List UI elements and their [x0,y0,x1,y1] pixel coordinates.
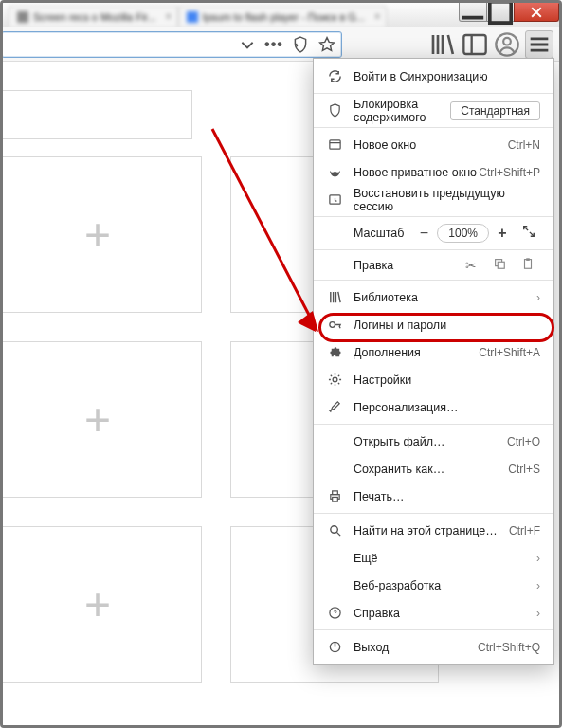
reader-shield-icon[interactable] [292,36,309,53]
restore-icon [325,192,344,207]
menu-restore-session[interactable]: Восстановить предыдущую сессию [314,186,553,213]
menu-customize[interactable]: Персонализация… [314,393,553,421]
sidebar-icon[interactable] [461,30,489,59]
zoom-out-button[interactable]: − [410,225,437,242]
zoom-percent[interactable]: 100% [437,224,489,243]
window-controls [460,3,559,27]
mask-icon [325,165,344,179]
content-blocking-mode[interactable]: Стандартная [450,101,540,120]
topsite-small[interactable] [0,90,192,139]
paste-button[interactable] [514,257,542,273]
zoom-in-button[interactable]: + [489,225,516,242]
menu-label: Открыть файл… [354,435,507,448]
browser-tab[interactable]: Ipsum to flash player - Поиск в G... × [178,6,387,27]
menu-find[interactable]: Найти на этой странице… Ctrl+F [314,517,553,544]
svg-rect-16 [525,260,532,269]
menu-separator [314,216,553,217]
menu-print[interactable]: Печать… [314,482,553,510]
toolbar-right-icons [428,30,553,59]
bookmark-star-icon[interactable] [318,36,335,53]
menu-logins[interactable]: Логины и пароли [314,311,553,338]
menu-label: Найти на этой странице… [354,524,509,537]
menu-label: Печать… [354,490,540,503]
menu-save-as[interactable]: Сохранить как… Ctrl+S [314,455,553,482]
svg-line-24 [336,532,340,536]
print-icon [325,489,344,503]
menu-separator [314,127,553,128]
shortcut: Ctrl+Shift+P [479,166,540,179]
copy-button[interactable] [485,257,514,273]
maximize-button[interactable] [486,3,515,22]
tab-title: Ipsum to flash player - Поиск в G... [203,11,365,23]
menu-label: Веб-разработка [354,579,536,592]
power-icon [325,640,344,654]
menu-exit[interactable]: Выход Ctrl+Shift+Q [314,633,553,661]
svg-point-19 [333,377,337,382]
menu-webdev[interactable]: Веб-разработка › [314,572,553,599]
chevron-right-icon: › [536,607,540,620]
topsite-tile[interactable]: + [0,341,202,498]
url-bar[interactable]: ••• [1,31,342,58]
menu-separator [314,280,553,281]
brush-icon [325,400,344,414]
window-titlebar: Screen recs o Mozilla Fir... × Ipsum to … [3,3,559,27]
menu-label: Персонализация… [354,401,540,414]
puzzle-icon [325,345,344,359]
chevron-right-icon: › [536,579,540,592]
hamburger-menu-button[interactable] [525,30,553,59]
cut-button[interactable]: ✂ [457,258,485,273]
plus-icon: + [84,578,111,630]
menu-separator [314,513,553,514]
menu-help[interactable]: ? Справка › [314,599,553,627]
svg-point-7 [503,37,511,45]
search-icon [325,523,344,537]
svg-rect-1 [490,1,511,22]
menu-label: Настройки [354,373,540,387]
menu-sync[interactable]: Войти в Синхронизацию [314,63,553,90]
menu-label: Ещё [354,552,536,565]
menu-separator [314,249,553,250]
account-icon[interactable] [493,30,521,59]
shortcut: Ctrl+N [508,138,540,152]
fullscreen-button[interactable] [516,225,542,242]
close-tab-icon[interactable]: × [166,11,172,22]
minimize-button[interactable] [459,3,487,22]
chevron-right-icon: › [536,552,540,565]
menu-library[interactable]: Библиотека › [314,283,553,311]
key-icon [325,318,344,332]
menu-separator [314,93,553,94]
library-icon[interactable] [428,30,457,59]
shield-icon [325,103,344,118]
svg-rect-17 [526,258,530,261]
menu-label: Выход [354,641,478,654]
window-icon [325,137,344,152]
menu-edit-row: Правка ✂ [314,253,553,277]
menu-label: Дополнения [354,346,479,359]
chevron-down-icon[interactable] [239,36,256,53]
svg-point-23 [330,526,337,534]
close-window-button[interactable] [514,3,559,22]
shortcut: Ctrl+Shift+Q [478,641,540,654]
page-actions-icon[interactable]: ••• [265,36,282,53]
topsite-tile[interactable]: + [0,156,202,313]
menu-new-private-window[interactable]: Новое приватное окно Ctrl+Shift+P [314,158,553,186]
tab-favicon [187,11,198,23]
close-tab-icon[interactable]: × [374,11,380,22]
topsite-tile[interactable]: + [0,526,202,682]
menu-settings[interactable]: Настройки [314,366,553,393]
plus-icon: + [84,393,111,446]
chevron-right-icon: › [536,291,540,304]
menu-content-blocking[interactable]: Блокировка содержимого Стандартная [314,97,553,124]
shortcut: Ctrl+F [509,524,540,537]
shortcut: Ctrl+Shift+A [479,346,540,359]
svg-point-18 [329,322,335,328]
menu-addons[interactable]: Дополнения Ctrl+Shift+A [314,338,553,366]
menu-new-window[interactable]: Новое окно Ctrl+N [314,131,553,158]
menu-open-file[interactable]: Открыть файл… Ctrl+O [314,428,553,455]
sync-icon [325,69,344,83]
tab-strip: Screen recs o Mozilla Fir... × Ipsum to … [3,3,460,27]
menu-more[interactable]: Ещё › [314,544,553,572]
browser-tab[interactable]: Screen recs o Mozilla Fir... × [9,6,178,27]
svg-rect-15 [498,262,504,268]
edit-label: Правка [354,259,457,272]
